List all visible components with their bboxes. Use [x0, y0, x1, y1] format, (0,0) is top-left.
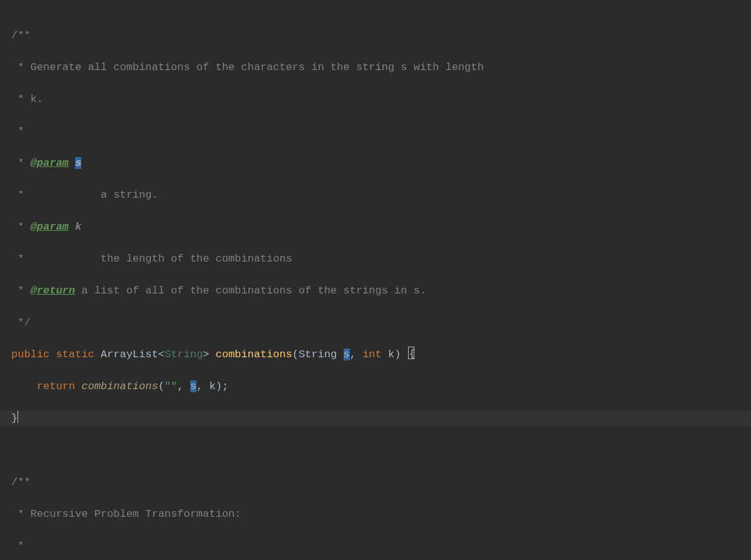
javadoc-return-tag: @return [31, 285, 75, 297]
variable-k: k [209, 380, 215, 392]
code-editor[interactable]: /** * Generate all combinations of the c… [0, 0, 751, 560]
highlighted-variable-s: s [190, 380, 197, 392]
javadoc-param-name: s [69, 157, 81, 169]
javadoc-line: * [11, 540, 24, 552]
javadoc-line: * Generate all combinations of the chara… [11, 61, 484, 73]
text-cursor [18, 410, 18, 423]
javadoc-close: */ [11, 317, 31, 328]
method-call: combinations [81, 380, 158, 392]
cursor-selection-box: { [408, 347, 414, 359]
paren-open: ( [292, 349, 299, 360]
angle-open: < [158, 349, 165, 360]
paren-open: ( [158, 380, 165, 392]
type-arraylist: ArrayList [101, 349, 158, 360]
param-type-string: String [299, 349, 343, 360]
javadoc-star: * [11, 285, 31, 297]
javadoc-line: * Recursive Problem Transformation: [11, 508, 241, 520]
indent [11, 380, 37, 392]
javadoc-param-desc: the length of the combinations [101, 253, 292, 265]
comma: , [197, 380, 209, 392]
method-name: combinations [216, 349, 292, 360]
javadoc-star: * [11, 189, 101, 201]
highlighted-variable-s: s [75, 157, 81, 169]
javadoc-star: * [11, 221, 31, 233]
angle-close: > [203, 349, 215, 360]
paren-close: ) [394, 349, 407, 360]
javadoc-star: * [11, 157, 31, 169]
javadoc-param-desc: a string. [101, 189, 158, 201]
paren-close-semi: ); [215, 380, 228, 392]
javadoc-line: * [11, 125, 24, 137]
brace-open: { [409, 346, 416, 362]
comma: , [350, 349, 362, 360]
javadoc-param-tag: @param [31, 221, 69, 233]
javadoc-open: /** [11, 476, 31, 488]
string-literal: "" [165, 380, 177, 392]
javadoc-return-desc: a list of all of the combinations of the… [75, 285, 426, 297]
type-string-generic: String [165, 349, 203, 360]
javadoc-line: * k. [11, 93, 43, 105]
highlighted-variable-s: s [344, 349, 350, 360]
javadoc-param-name: k [69, 221, 81, 233]
javadoc-star: * [11, 253, 101, 265]
keyword-public: public [11, 349, 56, 360]
javadoc-open: /** [11, 29, 31, 41]
comma: , [177, 380, 190, 392]
brace-close: } [11, 412, 18, 424]
param-name-k: k [388, 349, 394, 360]
javadoc-param-tag: @param [31, 157, 69, 169]
keyword-return: return [37, 380, 81, 392]
keyword-static: static [56, 349, 100, 360]
param-type-int: int [362, 349, 388, 360]
